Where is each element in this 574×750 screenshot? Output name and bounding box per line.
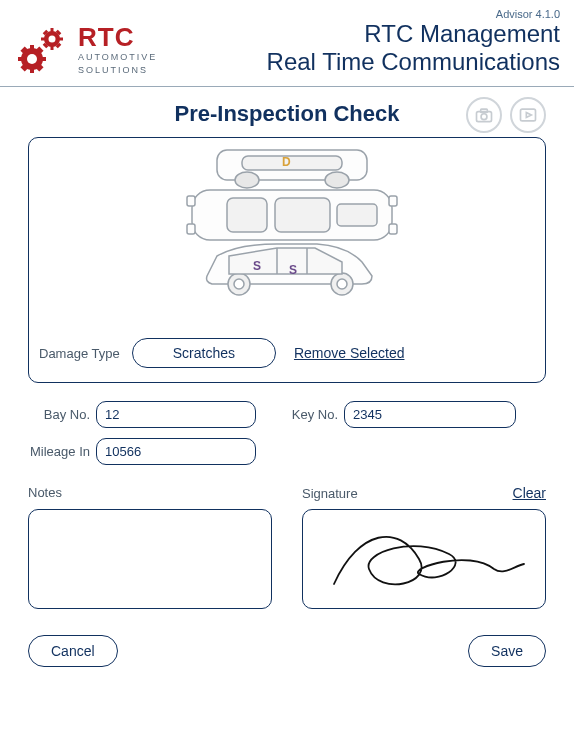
play-icon [518,105,538,125]
app-version: Advisor 4.1.0 [14,8,560,20]
svg-rect-5 [40,57,46,61]
app-title-line2: Real Time Communications [267,48,560,76]
svg-rect-27 [242,156,342,170]
clear-signature-link[interactable]: Clear [513,485,546,501]
svg-rect-13 [51,45,54,50]
notes-textarea[interactable] [28,509,272,609]
camera-icon [474,105,494,125]
camera-button[interactable] [466,97,502,133]
svg-rect-12 [51,28,54,33]
svg-rect-14 [41,37,46,40]
signature-pad[interactable] [302,509,546,609]
svg-point-37 [234,279,244,289]
vehicle-damage-panel: D [28,137,546,383]
damage-marker[interactable]: D [282,155,291,169]
svg-rect-30 [275,198,330,232]
app-title-line1: RTC Management [267,20,560,48]
signature-label: Signature [302,486,358,501]
brand-subtitle-1: AUTOMOTIVE [78,52,157,63]
damage-type-label: Damage Type [39,346,120,361]
svg-point-11 [49,35,56,42]
save-button[interactable]: Save [468,635,546,667]
svg-rect-4 [18,57,24,61]
svg-rect-3 [30,67,34,73]
damage-type-select[interactable]: Scratches [132,338,276,368]
svg-point-21 [481,114,487,120]
play-button[interactable] [510,97,546,133]
gears-icon [14,26,72,74]
svg-rect-32 [187,196,195,206]
bay-no-label: Bay No. [28,407,90,422]
mileage-in-input[interactable] [96,438,256,465]
svg-point-39 [337,279,347,289]
svg-rect-35 [389,224,397,234]
notes-label: Notes [28,485,62,500]
vehicle-diagram[interactable]: D [39,144,535,334]
mileage-in-label: Mileage In [28,444,90,459]
svg-rect-22 [481,109,488,112]
app-logo: RTC AUTOMOTIVE SOLUTIONS [14,24,157,76]
svg-point-25 [235,172,259,188]
key-no-label: Key No. [286,407,338,422]
signature-scribble [319,514,529,604]
svg-rect-29 [227,198,267,232]
svg-point-26 [325,172,349,188]
svg-rect-31 [337,204,377,226]
header-divider [0,86,574,87]
damage-marker[interactable]: S [253,259,261,273]
svg-rect-23 [521,109,536,121]
cancel-button[interactable]: Cancel [28,635,118,667]
page-title: Pre-Inspection Check [175,101,400,127]
brand-name: RTC [78,24,157,50]
brand-subtitle-2: SOLUTIONS [78,65,157,76]
bay-no-input[interactable] [96,401,256,428]
svg-rect-33 [187,224,195,234]
remove-selected-link[interactable]: Remove Selected [294,345,405,361]
svg-rect-15 [58,37,63,40]
svg-point-1 [27,54,37,64]
damage-marker[interactable]: S [289,263,297,277]
key-no-input[interactable] [344,401,516,428]
svg-rect-2 [30,45,34,51]
svg-rect-34 [389,196,397,206]
